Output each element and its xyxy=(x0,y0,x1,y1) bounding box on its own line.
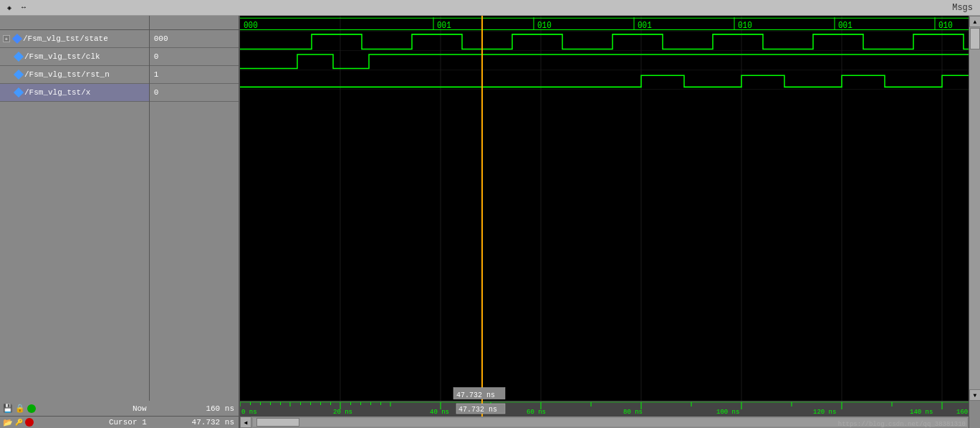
status-now-row: 💾 🔒 Now 160 ns xyxy=(0,401,239,417)
left-panel: + /Fsm_vlg_tst/state /Fsm_vlg_tst/clk /F… xyxy=(0,16,240,401)
signal-row-x[interactable]: /Fsm_vlg_tst/x xyxy=(0,84,149,102)
svg-rect-78 xyxy=(370,402,371,405)
value-row-0: 000 xyxy=(150,30,239,48)
svg-text:0 ns: 0 ns xyxy=(241,409,257,416)
cursor-label: Cursor 1 xyxy=(36,418,147,427)
signal-name-header xyxy=(0,16,149,30)
bottom-left: 💾 🔒 Now 160 ns 📂 🔑 Cursor 1 47.732 ns xyxy=(0,401,240,428)
svg-text:160 ns: 160 ns xyxy=(956,409,969,416)
h-scroll-thumb[interactable] xyxy=(256,418,299,427)
h-scrollbar[interactable]: ◀ https://blog.csdn.net/qq_38381310 xyxy=(240,417,969,428)
svg-text:100 ns: 100 ns xyxy=(716,409,739,416)
svg-text:010: 010 xyxy=(738,21,752,30)
toolbar: ◈ ↔ Msgs xyxy=(0,0,980,16)
svg-rect-75 xyxy=(330,402,331,405)
url-label: https://blog.csdn.net/qq_38381310 xyxy=(838,421,966,428)
svg-text:140 ns: 140 ns xyxy=(910,409,933,416)
signal-name-0: /Fsm_vlg_tst/state xyxy=(23,34,108,43)
signal-name-1: /Fsm_vlg_tst/clk xyxy=(24,52,100,61)
svg-text:001: 001 xyxy=(437,21,451,30)
svg-rect-71 xyxy=(280,402,281,405)
value-row-1: 0 xyxy=(150,48,239,66)
wire-icon-x xyxy=(14,87,24,98)
svg-text:80 ns: 80 ns xyxy=(623,409,643,416)
svg-text:20 ns: 20 ns xyxy=(333,409,352,416)
status-icon-4: 🔑 xyxy=(15,419,23,427)
signal-row-state[interactable]: + /Fsm_vlg_tst/state xyxy=(0,30,149,48)
wire-icon-clk xyxy=(14,52,24,62)
cursor-value: 47.732 ns xyxy=(150,418,239,427)
status-led-2 xyxy=(25,418,34,427)
toolbar-icon-1: ◈ xyxy=(3,1,16,14)
value-row-2: 1 xyxy=(150,66,239,84)
toolbar-icon-2: ↔ xyxy=(17,1,30,14)
signal-values: 000 0 1 0 xyxy=(150,16,239,401)
scroll-down-btn[interactable]: ▼ xyxy=(969,389,980,401)
now-value: 160 ns xyxy=(150,404,239,413)
wire-icon-rstn xyxy=(14,70,24,80)
right-scrollbar[interactable]: ▲ ▼ xyxy=(969,16,980,401)
status-icon-1: 💾 xyxy=(3,404,13,413)
status-led xyxy=(27,404,36,413)
svg-text:47.732 ns: 47.732 ns xyxy=(458,406,497,414)
scroll-track[interactable] xyxy=(969,27,980,389)
right-scrollbar-bottom xyxy=(969,401,980,428)
scroll-up-btn[interactable]: ▲ xyxy=(969,16,980,27)
svg-rect-76 xyxy=(350,402,351,405)
signal-name-2: /Fsm_vlg_tst/rst_n xyxy=(24,70,110,79)
svg-text:40 ns: 40 ns xyxy=(430,409,449,416)
now-label: Now xyxy=(38,404,147,413)
main-container: ◈ ↔ Msgs + /Fsm_vlg_tst/state xyxy=(0,0,980,428)
svg-rect-79 xyxy=(380,402,381,405)
svg-rect-69 xyxy=(260,402,261,405)
signal-name-3: /Fsm_vlg_tst/x xyxy=(24,88,90,97)
waveform-svg[interactable]: 000 001 010 001 010 001 010 xyxy=(240,16,969,401)
status-icon-3: 📂 xyxy=(3,418,13,427)
svg-rect-77 xyxy=(360,402,361,405)
bus-icon xyxy=(12,34,22,44)
svg-text:60 ns: 60 ns xyxy=(527,409,546,416)
timeline-ruler[interactable]: 0 ns 20 ns 40 ns 60 ns 80 ns 100 ns 120 … xyxy=(240,401,969,417)
svg-rect-73 xyxy=(310,402,311,405)
svg-rect-0 xyxy=(240,16,969,401)
signal-row-rstn[interactable]: /Fsm_vlg_tst/rst_n xyxy=(0,66,149,84)
svg-text:000: 000 xyxy=(244,21,258,30)
svg-text:010: 010 xyxy=(537,21,552,30)
signal-names: + /Fsm_vlg_tst/state /Fsm_vlg_tst/clk /F… xyxy=(0,16,150,401)
waveform-area[interactable]: 000 001 010 001 010 001 010 xyxy=(240,16,969,401)
msgs-label: Msgs xyxy=(952,3,973,13)
bottom-row: 💾 🔒 Now 160 ns 📂 🔑 Cursor 1 47.732 ns xyxy=(0,401,980,428)
value-row-3: 0 xyxy=(150,84,239,102)
svg-text:120 ns: 120 ns xyxy=(813,409,836,416)
svg-text:001: 001 xyxy=(638,21,652,30)
content-area: + /Fsm_vlg_tst/state /Fsm_vlg_tst/clk /F… xyxy=(0,16,980,401)
bottom-right: 0 ns 20 ns 40 ns 60 ns 80 ns 100 ns 120 … xyxy=(240,401,969,428)
status-cursor-row: 📂 🔑 Cursor 1 47.732 ns xyxy=(0,417,239,428)
status-icon-2: 🔒 xyxy=(15,404,25,413)
svg-rect-72 xyxy=(300,402,301,405)
svg-rect-70 xyxy=(270,402,271,405)
signal-row-clk[interactable]: /Fsm_vlg_tst/clk xyxy=(0,48,149,66)
h-scroll-left-btn[interactable]: ◀ xyxy=(240,417,251,428)
value-header xyxy=(150,16,239,30)
expand-icon[interactable]: + xyxy=(3,35,10,42)
svg-rect-68 xyxy=(250,402,251,405)
svg-rect-74 xyxy=(320,402,321,405)
scroll-thumb[interactable] xyxy=(970,28,980,49)
svg-text:47.732 ns: 47.732 ns xyxy=(456,390,495,399)
svg-text:010: 010 xyxy=(938,21,953,30)
svg-text:001: 001 xyxy=(838,21,852,30)
